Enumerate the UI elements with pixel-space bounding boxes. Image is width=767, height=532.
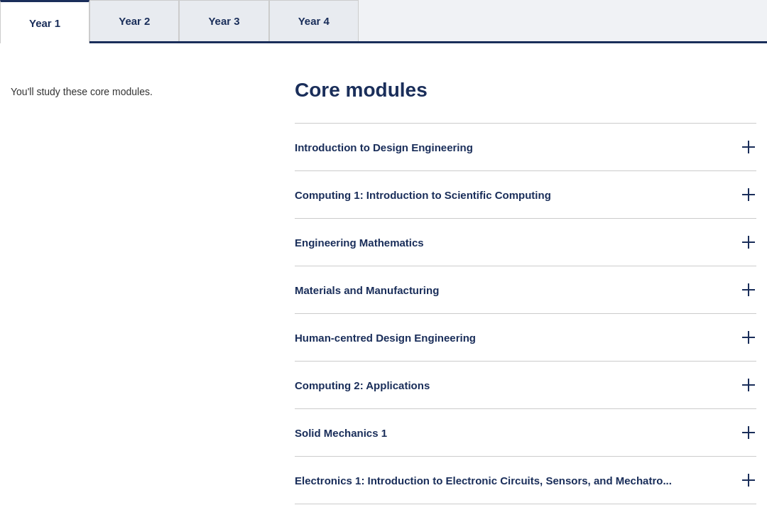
module-name: Electronics 1: Introduction to Electroni…	[295, 474, 672, 487]
module-item[interactable]: Electronics 1: Introduction to Electroni…	[295, 456, 756, 504]
expand-icon[interactable]	[741, 234, 756, 250]
tab-year1[interactable]: Year 1	[0, 0, 89, 43]
tab-year2[interactable]: Year 2	[89, 0, 179, 41]
module-name: Solid Mechanics 1	[295, 427, 387, 439]
core-modules-description: You'll study these core modules.	[11, 86, 259, 97]
expand-icon[interactable]	[741, 472, 756, 488]
expand-icon[interactable]	[741, 330, 756, 345]
tab-year3[interactable]: Year 3	[179, 0, 268, 41]
module-item[interactable]: Solid Mechanics 1	[295, 408, 756, 456]
core-modules-title: Core modules	[295, 79, 756, 102]
module-name: Human-centred Design Engineering	[295, 332, 476, 344]
module-name: Engineering Mathematics	[295, 237, 424, 249]
module-item[interactable]: Human-centred Design Engineering	[295, 313, 756, 361]
expand-icon[interactable]	[741, 139, 756, 155]
module-item[interactable]: Computing 2: Applications	[295, 361, 756, 408]
module-name: Introduction to Design Engineering	[295, 141, 473, 153]
expand-icon[interactable]	[741, 425, 756, 440]
year-tabs: Year 1 Year 2 Year 3 Year 4	[0, 0, 767, 43]
main-content: You'll study these core modules. Core mo…	[0, 43, 767, 526]
module-item[interactable]: Engineering Mathematics	[295, 218, 756, 266]
expand-icon[interactable]	[741, 187, 756, 202]
expand-icon[interactable]	[741, 377, 756, 393]
module-name: Computing 2: Applications	[295, 379, 430, 391]
expand-icon[interactable]	[741, 282, 756, 298]
module-name: Computing 1: Introduction to Scientific …	[295, 189, 551, 201]
right-panel: Core modules Introduction to Design Engi…	[281, 79, 756, 504]
module-item[interactable]: Materials and Manufacturing	[295, 266, 756, 313]
left-panel: You'll study these core modules.	[11, 79, 281, 504]
module-item[interactable]: Introduction to Design Engineering	[295, 123, 756, 170]
module-name: Materials and Manufacturing	[295, 284, 439, 296]
tab-year4[interactable]: Year 4	[269, 0, 359, 41]
module-item[interactable]: Computing 1: Introduction to Scientific …	[295, 170, 756, 218]
module-list: Introduction to Design EngineeringComput…	[295, 123, 756, 504]
